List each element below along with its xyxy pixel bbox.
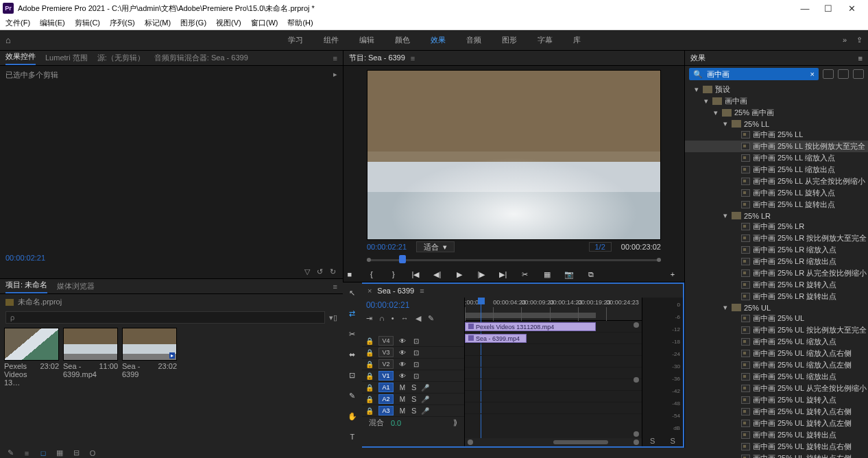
project-item-1[interactable]: Sea - 6399.mp411:00 xyxy=(63,328,118,387)
audio-track-A1[interactable]: 🔒A1MS🎤 xyxy=(362,382,464,394)
rec-icon[interactable]: 🎤 xyxy=(420,384,430,391)
menu-4[interactable]: 标记(M) xyxy=(145,18,171,28)
tl-opt-5[interactable]: ✎ xyxy=(428,314,434,323)
solo-r[interactable]: S xyxy=(671,437,675,445)
disclosure-icon[interactable]: ▾ xyxy=(693,85,700,94)
window-maximize[interactable]: ☐ xyxy=(821,3,835,14)
toggle-icon[interactable]: 👁 xyxy=(398,349,407,357)
transport-2[interactable]: } xyxy=(387,270,400,279)
transport-1[interactable]: { xyxy=(365,270,378,279)
fx-node-5[interactable]: 画中画 25% LL 按比例放大至完全 xyxy=(685,141,868,152)
window-minimize[interactable]: — xyxy=(798,3,812,14)
fx-node-12[interactable]: 画中画 25% LR xyxy=(685,221,868,232)
fx-filter-1[interactable] xyxy=(823,69,834,79)
disclosure-icon[interactable]: ▾ xyxy=(712,108,719,117)
status-icon-0[interactable]: ✎ xyxy=(5,448,15,457)
fx-node-16[interactable]: 画中画 25% LR 从完全按比例缩小 xyxy=(685,267,868,279)
fx-node-27[interactable]: 画中画 25% UL 旋转入点 xyxy=(685,394,868,406)
more-workspaces[interactable]: » xyxy=(843,36,847,45)
timeline-timecode[interactable]: 00:00:02:21 xyxy=(362,298,464,313)
video-track-V2[interactable]: 🔒V2👁⊡ xyxy=(362,359,464,370)
track-row[interactable] xyxy=(465,379,642,391)
time-ruler[interactable]: :00:0000:00:04:2300:00:09:2300:00:14:230… xyxy=(465,298,642,321)
ec-tab-0[interactable]: 效果控件 xyxy=(5,51,36,65)
lock-icon[interactable]: 🔒 xyxy=(365,337,374,345)
status-icon-5[interactable]: O xyxy=(88,449,97,457)
transport-8[interactable]: ✂ xyxy=(519,270,531,279)
audio-track-A2[interactable]: 🔒A2MS🎤 xyxy=(362,394,464,405)
project-item-2[interactable]: ▸Sea - 639923:02 xyxy=(122,328,177,387)
solo-icon[interactable]: S xyxy=(411,407,416,415)
sync-icon[interactable]: ⊡ xyxy=(411,349,421,357)
disclosure-icon[interactable]: ▾ xyxy=(722,303,729,312)
fx-node-17[interactable]: 画中画 25% LR 旋转入点 xyxy=(685,279,868,291)
v-scroll-mid[interactable] xyxy=(634,377,639,383)
workspace-字幕[interactable]: 字幕 xyxy=(538,35,553,45)
tl-tool-1[interactable]: ⇄ xyxy=(346,307,359,320)
lock-icon[interactable]: 🔒 xyxy=(365,396,374,403)
fx-node-20[interactable]: 画中画 25% UL xyxy=(685,313,868,324)
status-icon-2[interactable]: □ xyxy=(38,449,48,457)
clear-search-icon[interactable]: × xyxy=(810,70,815,78)
menu-2[interactable]: 剪辑(C) xyxy=(75,18,100,28)
zoom-fit-dropdown[interactable]: 适合▾ xyxy=(416,241,455,252)
ec-tool-0[interactable]: ▽ xyxy=(304,267,310,276)
disclosure-icon[interactable]: ▾ xyxy=(722,211,729,220)
status-icon-4[interactable]: ⊟ xyxy=(71,448,81,457)
program-playhead[interactable] xyxy=(399,255,406,263)
program-menu-icon[interactable]: ≡ xyxy=(411,54,415,62)
video-track-V1[interactable]: 🔒V1👁⊡ xyxy=(362,370,464,382)
tl-tool-7[interactable]: T xyxy=(346,431,359,443)
timeline-close-icon[interactable]: × xyxy=(367,287,372,295)
ec-timecode[interactable]: 00:00:02:21 xyxy=(0,251,343,265)
fx-node-19[interactable]: ▾25% UL xyxy=(685,302,868,313)
fx-node-26[interactable]: 画中画 25% UL 从完全按比例缩小 xyxy=(685,383,868,394)
new-bin-icon[interactable]: ▾▯ xyxy=(329,313,337,322)
fx-node-11[interactable]: ▾25% LR xyxy=(685,210,868,221)
menu-7[interactable]: 窗口(W) xyxy=(251,18,278,28)
fx-node-13[interactable]: 画中画 25% LR 按比例放大至完全 xyxy=(685,232,868,244)
window-close[interactable]: ✕ xyxy=(845,3,858,14)
fx-node-15[interactable]: 画中画 25% LR 缩放出点 xyxy=(685,256,868,267)
lock-icon[interactable]: 🔒 xyxy=(365,361,374,368)
lock-icon[interactable]: 🔒 xyxy=(365,384,374,391)
menu-1[interactable]: 编辑(E) xyxy=(40,18,65,28)
track-row[interactable] xyxy=(465,344,642,356)
transport-6[interactable]: |▶ xyxy=(475,270,487,279)
mix-value[interactable]: 0.0 xyxy=(391,419,401,427)
lock-icon[interactable]: 🔒 xyxy=(365,349,374,357)
timeline-h-scroll[interactable] xyxy=(465,438,642,446)
workspace-颜色[interactable]: 颜色 xyxy=(395,35,410,45)
workspace-库[interactable]: 库 xyxy=(573,35,581,45)
video-track-V4[interactable]: 🔒V4👁⊡ xyxy=(362,335,464,347)
toggle-icon[interactable]: M xyxy=(398,407,407,415)
fx-node-9[interactable]: 画中画 25% LL 旋转入点 xyxy=(685,187,868,199)
project-item-0[interactable]: Pexels Videos 13…23:02 xyxy=(4,328,59,387)
tl-tool-0[interactable]: ↖ xyxy=(346,287,359,299)
workspace-图形[interactable]: 图形 xyxy=(502,35,517,45)
effects-search-input[interactable]: 🔍 画中画 × xyxy=(689,68,819,80)
tl-opt-3[interactable]: ↔ xyxy=(401,314,409,323)
ec-tool-1[interactable]: ↺ xyxy=(317,267,323,276)
fx-node-4[interactable]: 画中画 25% LL xyxy=(685,129,868,141)
proj-tab-1[interactable]: 媒体浏览器 xyxy=(57,281,95,291)
tl-opt-1[interactable]: ∩ xyxy=(379,314,385,323)
toggle-icon[interactable]: M xyxy=(398,396,407,403)
clip[interactable]: Sea - 6399.mp4 xyxy=(465,334,527,343)
program-timecode[interactable]: 00:00:02:21 xyxy=(367,243,407,251)
mix-expand[interactable]: ⟫ xyxy=(453,418,457,427)
transport-11[interactable]: ⧉ xyxy=(585,270,597,279)
ec-tab-1[interactable]: Lumetri 范围 xyxy=(45,53,88,63)
solo-icon[interactable]: S xyxy=(411,395,416,403)
timeline-menu-icon[interactable]: ≡ xyxy=(420,287,424,295)
v-scroll-bot[interactable] xyxy=(634,431,639,437)
track-row[interactable]: Pexels Videos 1311208.mp4 xyxy=(465,321,642,333)
transport-10[interactable]: 📷 xyxy=(563,270,575,279)
toggle-icon[interactable]: 👁 xyxy=(398,361,407,368)
tl-opt-2[interactable]: • xyxy=(391,314,394,323)
video-preview[interactable] xyxy=(367,70,661,240)
track-row[interactable] xyxy=(465,402,642,414)
ec-tool-2[interactable]: ↻ xyxy=(330,267,336,276)
ec-panel-menu[interactable]: ≡ xyxy=(333,54,337,62)
sync-icon[interactable]: ⊡ xyxy=(411,361,421,368)
